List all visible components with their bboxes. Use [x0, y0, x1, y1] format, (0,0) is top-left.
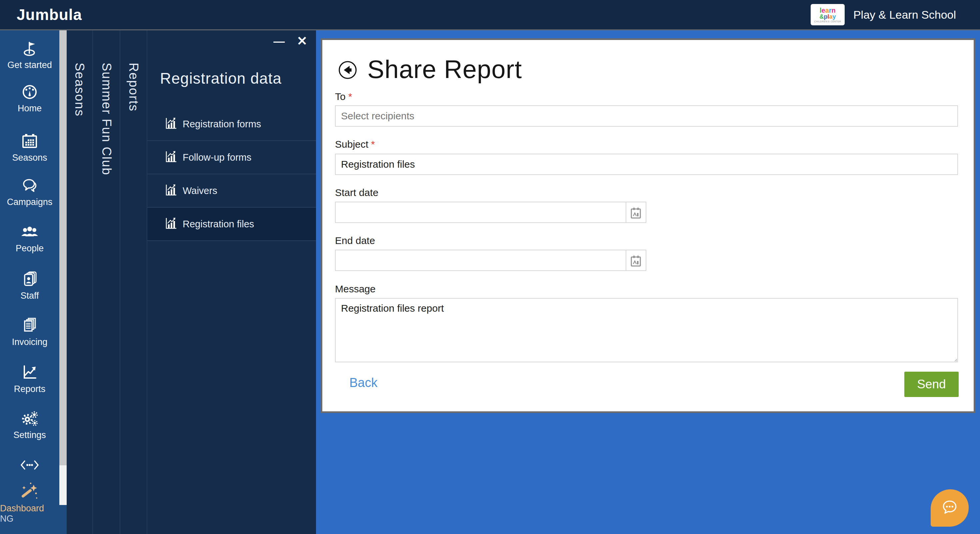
gauge-icon [20, 82, 39, 102]
code-icon [19, 455, 40, 475]
message-textarea[interactable]: Registration files report [335, 298, 958, 362]
chat-bubbles-icon [20, 176, 39, 195]
school-logo-caption: CHILDREN'S CENTER [814, 20, 841, 23]
end-date-label: End date [335, 235, 375, 246]
sidebar-item-invoicing[interactable]: Invoicing [0, 316, 59, 347]
share-report-card: Share Report To* Subject* Start date End… [321, 38, 975, 413]
line-chart-icon [20, 363, 39, 383]
calendar-icon [20, 131, 39, 151]
close-icon[interactable]: ✕ [297, 35, 307, 47]
gears-icon [20, 408, 39, 429]
back-arrow-icon[interactable] [338, 60, 357, 79]
school-logo-line1: learn [820, 7, 836, 14]
dashboard-ng-label: Dashboard NG [0, 503, 59, 524]
school-name: Play & Learn School [853, 8, 956, 21]
report-list: Registration forms Follow-up forms Waive… [147, 108, 316, 241]
list-item-registration-forms[interactable]: Registration forms [147, 108, 316, 141]
end-date-group [335, 250, 646, 271]
to-label: To* [335, 91, 352, 102]
school-logo-line2: &play [819, 14, 836, 20]
users-icon [20, 222, 40, 242]
sidebar-scrollbar [59, 29, 67, 534]
calendar-picker-icon[interactable] [630, 255, 642, 267]
sidebar-item-dashboard-ng[interactable]: Dashboard NG [0, 482, 59, 524]
sidebar-item-seasons[interactable]: Seasons [0, 131, 59, 163]
sidebar-item-staff[interactable]: Staff [0, 269, 59, 301]
end-date-input[interactable] [336, 250, 646, 270]
app-root: Jumbula learn &play CHILDREN'S CENTER Pl… [0, 0, 980, 534]
magic-wand-icon [19, 482, 40, 502]
page-title: Share Report [368, 55, 522, 84]
start-date-label: Start date [335, 187, 378, 198]
flag-icon [20, 39, 39, 59]
minimize-icon[interactable]: — [273, 35, 285, 47]
brand-logo: Jumbula [17, 6, 82, 24]
date-divider [626, 250, 626, 270]
calendar-picker-icon[interactable] [630, 207, 642, 219]
id-cards-icon [20, 269, 39, 289]
to-input[interactable] [335, 105, 958, 127]
registration-data-panel: — ✕ Registration data Registration forms… [147, 29, 316, 534]
panel-controls: — ✕ [273, 35, 307, 47]
bar-chart-icon [164, 183, 178, 198]
sidebar-item-settings[interactable]: Settings [0, 408, 59, 440]
subject-label: Subject* [335, 139, 375, 150]
required-asterisk: * [348, 91, 352, 102]
documents-icon [20, 316, 39, 336]
sidebar-item-home[interactable]: Home [0, 82, 59, 114]
sidebar-item-get-started[interactable]: Get started [0, 39, 59, 70]
sidebar-item-people[interactable]: People [0, 222, 59, 254]
sidebar-nav: Get started Home Seasons Campaigns Peopl [0, 29, 59, 534]
school-logo: learn &play CHILDREN'S CENTER [811, 4, 845, 25]
required-asterisk: * [371, 139, 375, 150]
bar-chart-icon [164, 216, 178, 232]
send-button[interactable]: Send [904, 372, 959, 397]
strip-tab-reports[interactable]: Reports [120, 29, 147, 534]
chat-widget-button[interactable] [931, 490, 969, 527]
top-header: Jumbula learn &play CHILDREN'S CENTER Pl… [0, 0, 980, 29]
start-date-group [335, 202, 646, 223]
bar-chart-icon [164, 116, 178, 132]
message-label: Message [335, 283, 375, 295]
sidebar-scrollbar-track[interactable] [59, 29, 67, 465]
strip-tab-seasons[interactable]: Seasons [67, 29, 93, 534]
date-divider [626, 202, 626, 222]
subject-input[interactable] [335, 154, 958, 175]
panel-title: Registration data [160, 69, 282, 87]
start-date-input[interactable] [336, 202, 646, 222]
sidebar-item-campaigns[interactable]: Campaigns [0, 176, 59, 207]
sidebar-item-code[interactable] [0, 455, 59, 475]
list-item-follow-up-forms[interactable]: Follow-up forms [147, 141, 316, 174]
bar-chart-icon [164, 150, 178, 165]
back-link[interactable]: Back [349, 376, 377, 390]
list-item-registration-files[interactable]: Registration files [147, 208, 316, 241]
sidebar-item-reports[interactable]: Reports [0, 363, 59, 394]
strip-tab-summer-fun-club[interactable]: Summer Fun Club [93, 29, 120, 534]
list-item-waivers[interactable]: Waivers [147, 174, 316, 208]
chat-bubble-icon [939, 497, 960, 519]
main-content: Share Report To* Subject* Start date End… [316, 29, 980, 534]
header-right: learn &play CHILDREN'S CENTER Play & Lea… [811, 4, 956, 25]
sidebar-scrollbar-thumb[interactable] [59, 465, 67, 505]
